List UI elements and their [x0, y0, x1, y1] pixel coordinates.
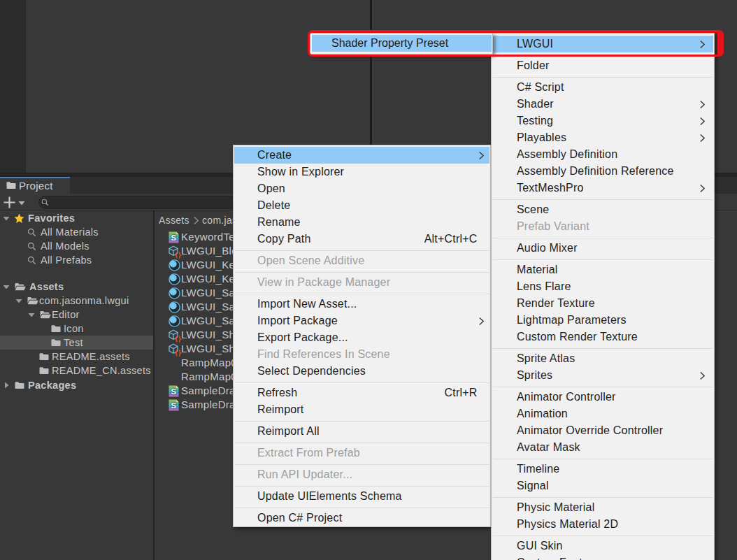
svg-text:S: S	[171, 401, 176, 409]
svg-text:S: S	[171, 233, 176, 241]
svg-text:S: S	[171, 387, 176, 395]
